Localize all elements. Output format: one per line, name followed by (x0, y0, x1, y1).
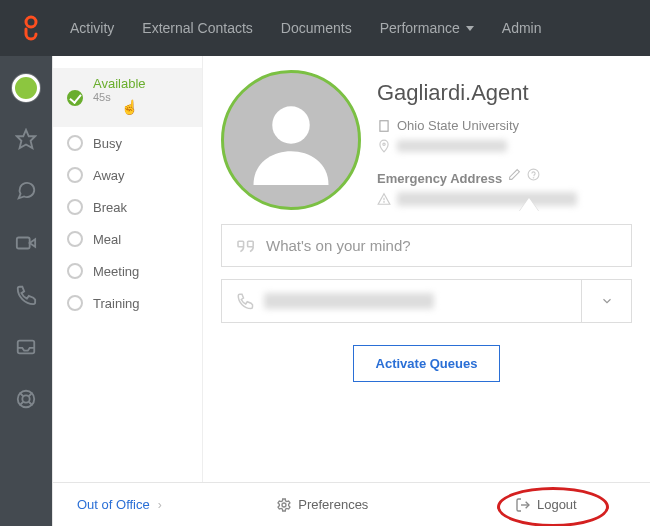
edit-icon[interactable] (508, 168, 521, 181)
status-training[interactable]: Training (53, 287, 202, 319)
svg-point-24 (282, 503, 286, 507)
nav-performance[interactable]: Performance (380, 20, 474, 36)
app-logo (20, 15, 42, 41)
presence-indicator[interactable] (12, 74, 40, 102)
chevron-down-icon (466, 26, 474, 31)
compose-input[interactable]: What's on your mind? (221, 224, 632, 267)
svg-rect-12 (380, 120, 388, 131)
radio-icon (67, 135, 83, 151)
status-break[interactable]: Break (53, 191, 202, 223)
quote-icon (236, 238, 256, 254)
cursor-hand-icon: ☝ (121, 99, 138, 115)
svg-rect-23 (248, 241, 254, 247)
svg-line-9 (20, 402, 24, 406)
svg-point-6 (22, 395, 29, 402)
left-rail (0, 56, 52, 526)
location-redacted (397, 140, 507, 152)
radio-icon (67, 199, 83, 215)
phone-icon[interactable] (15, 284, 37, 310)
chevron-right-icon: › (158, 498, 162, 512)
status-busy[interactable]: Busy (53, 127, 202, 159)
emergency-row (377, 192, 632, 206)
phone-icon (236, 292, 254, 310)
compose-placeholder: What's on your mind? (266, 237, 411, 254)
status-meeting[interactable]: Meeting (53, 255, 202, 287)
svg-rect-22 (238, 241, 244, 247)
logout-link[interactable]: Logout (515, 497, 577, 513)
svg-line-10 (29, 402, 33, 406)
building-icon (377, 119, 391, 133)
emergency-redacted (397, 192, 577, 206)
nav-admin[interactable]: Admin (502, 20, 542, 36)
footer: Out of Office › Preferences Logout (53, 482, 650, 526)
status-available[interactable]: Available 45s ☝ (53, 68, 202, 127)
radio-icon (67, 263, 83, 279)
radio-icon (67, 167, 83, 183)
speech-pointer (519, 198, 539, 212)
status-meal[interactable]: Meal (53, 223, 202, 255)
nav-documents[interactable]: Documents (281, 20, 352, 36)
gear-icon (276, 497, 292, 513)
star-icon[interactable] (15, 128, 37, 154)
svg-point-11 (272, 106, 310, 144)
svg-point-0 (26, 17, 36, 27)
status-away[interactable]: Away (53, 159, 202, 191)
video-icon[interactable] (15, 232, 37, 258)
warning-icon (377, 192, 391, 206)
profile-panel: Gagliardi.Agent Ohio State University Em… (203, 56, 650, 482)
top-menu: Activity External Contacts Documents Per… (70, 20, 542, 36)
phone-selector (221, 279, 632, 323)
org-row: Ohio State University (377, 118, 632, 133)
activate-queues-button[interactable]: Activate Queues (353, 345, 501, 382)
svg-rect-2 (17, 238, 30, 249)
location-row (377, 139, 632, 153)
status-label: Available (93, 76, 146, 91)
radio-icon (67, 295, 83, 311)
svg-line-7 (20, 393, 24, 397)
phone-dropdown[interactable] (581, 280, 631, 322)
top-nav: Activity External Contacts Documents Per… (0, 0, 650, 56)
svg-line-8 (29, 393, 33, 397)
svg-point-19 (533, 177, 534, 178)
status-list: Available 45s ☝ Busy Away Break Meal Mee… (53, 56, 203, 482)
nav-activity[interactable]: Activity (70, 20, 114, 36)
phone-redacted (264, 293, 434, 309)
radio-checked-icon (67, 90, 83, 106)
emergency-label: Emergency Address (377, 171, 502, 186)
logout-icon (515, 497, 531, 513)
svg-point-17 (383, 143, 385, 145)
svg-marker-1 (17, 130, 35, 148)
help-icon[interactable] (15, 388, 37, 414)
agent-name: Gagliardi.Agent (377, 80, 632, 106)
inbox-icon[interactable] (15, 336, 37, 362)
radio-icon (67, 231, 83, 247)
help-circle-icon[interactable] (527, 168, 540, 181)
pin-icon (377, 139, 391, 153)
nav-external-contacts[interactable]: External Contacts (142, 20, 253, 36)
out-of-office-link[interactable]: Out of Office › (53, 497, 203, 512)
chat-icon[interactable] (15, 180, 37, 206)
svg-point-21 (384, 202, 385, 203)
preferences-link[interactable]: Preferences (276, 497, 368, 513)
avatar (221, 70, 361, 210)
